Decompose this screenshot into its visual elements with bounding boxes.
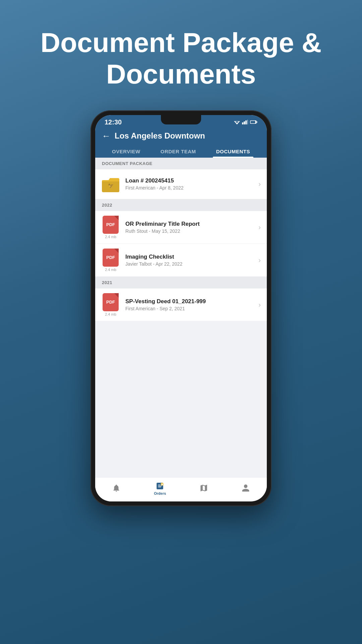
svg-rect-3 [242,122,243,124]
phone-mockup: 12:30 [90,110,272,506]
pdf-size-2: 2.4 mb [105,268,116,272]
battery-icon [250,120,257,124]
signal-icon [242,120,248,124]
doc-info-3: SP-Vesting Deed 01_2021-999 First Americ… [125,298,256,311]
phone-screen: 12:30 [95,115,267,501]
section-header-2021: 2021 [95,277,267,288]
app-header: ← Los Angeles Downtown OVERVIEW ORDER TE… [95,128,267,158]
svg-marker-2 [236,123,238,124]
package-item-title: Loan # 200245415 [125,177,256,184]
nav-orders-label: Orders [154,491,166,495]
nav-map[interactable] [199,484,208,493]
doc-item-vesting[interactable]: PDF 2.4 mb SP-Vesting Deed 01_2021-999 F… [95,288,267,321]
svg-rect-8 [257,121,257,123]
wifi-icon [234,120,240,124]
pdf-size-1: 2.4 mb [105,235,116,239]
section-header-package: DOCUMENT PACKAGE [95,158,267,169]
nav-notifications[interactable] [112,484,121,493]
svg-rect-5 [245,120,247,124]
map-icon [199,484,208,492]
svg-text:🦅: 🦅 [108,183,114,189]
content-area: DOCUMENT PACKAGE 🦅 Loan # 200245415 Firs… [95,158,267,477]
location-title: Los Angeles Downtown [115,131,205,141]
doc-chevron-1: › [258,223,261,231]
pdf-icon-wrap-3: PDF 2.4 mb [101,293,120,316]
package-item-subtitle: First American - Apr 8, 2022 [125,185,256,191]
section-header-2022: 2022 [95,199,267,211]
status-icons [234,120,257,124]
doc-info-2: Imaging Checklist Javier Talbot - Apr 22… [125,254,256,267]
package-item[interactable]: 🦅 Loan # 200245415 First American - Apr … [95,169,267,199]
status-time: 12:30 [105,118,122,126]
tab-order-team[interactable]: ORDER TEAM [157,146,199,158]
page-title: Document Package & Documents [20,0,342,110]
phone-notch [161,115,201,124]
pdf-icon-3: PDF [103,293,119,311]
svg-rect-6 [247,120,248,124]
nav-profile[interactable] [241,484,250,493]
package-item-chevron: › [258,180,261,188]
tab-overview[interactable]: OVERVIEW [109,146,144,158]
svg-text:★: ★ [161,483,164,486]
doc-chevron-3: › [258,301,261,309]
back-button[interactable]: ← [102,131,111,141]
doc-chevron-2: › [258,256,261,264]
tabs-bar: OVERVIEW ORDER TEAM DOCUMENTS [102,146,260,158]
pdf-size-3: 2.4 mb [105,312,116,316]
svg-rect-13 [158,484,161,485]
pdf-icon-wrap-2: PDF 2.4 mb [101,249,120,272]
doc-item-imaging[interactable]: PDF 2.4 mb Imaging Checklist Javier Talb… [95,244,267,277]
pdf-icon-1: PDF [103,216,119,234]
bottom-nav: ★ Orders [95,477,267,501]
doc-subtitle-3: First American - Sep 2, 2021 [125,306,256,311]
doc-item-preliminary[interactable]: PDF 2.4 mb OR Preliminary Title Report R… [95,211,267,244]
doc-info-1: OR Preliminary Title Report Ruth Stout -… [125,221,256,234]
pdf-icon-wrap-1: PDF 2.4 mb [101,216,120,239]
nav-orders[interactable]: ★ Orders [154,482,166,495]
doc-title-1: OR Preliminary Title Report [125,221,256,227]
doc-title-3: SP-Vesting Deed 01_2021-999 [125,298,256,305]
pdf-icon-2: PDF [103,249,119,267]
doc-subtitle-2: Javier Talbot - Apr 22, 2022 [125,261,256,267]
package-item-info: Loan # 200245415 First American - Apr 8,… [125,177,256,191]
svg-rect-15 [158,487,161,487]
doc-title-2: Imaging Checklist [125,254,256,260]
user-icon [241,484,250,492]
folder-icon: 🦅 [101,175,120,194]
doc-subtitle-1: Ruth Stout - May 15, 2022 [125,228,256,234]
svg-rect-9 [251,121,255,123]
bell-icon [112,484,121,492]
svg-rect-4 [244,121,245,124]
tab-documents[interactable]: DOCUMENTS [213,146,253,158]
orders-icon: ★ [156,482,164,490]
